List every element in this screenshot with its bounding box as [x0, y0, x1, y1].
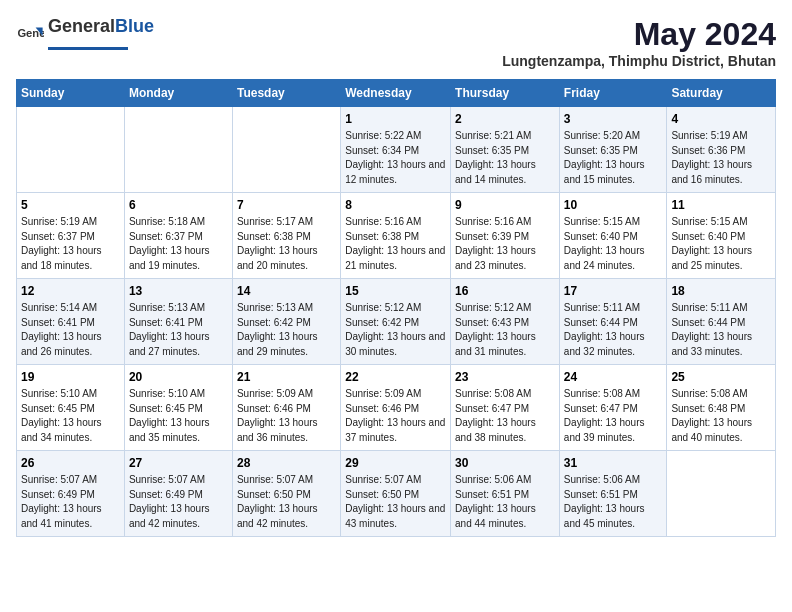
calendar-cell: 12 Sunrise: 5:14 AMSunset: 6:41 PMDaylig…	[17, 279, 125, 365]
logo-general-text: General	[48, 16, 115, 37]
calendar-cell: 28 Sunrise: 5:07 AMSunset: 6:50 PMDaylig…	[232, 451, 340, 537]
calendar-cell: 31 Sunrise: 5:06 AMSunset: 6:51 PMDaylig…	[559, 451, 667, 537]
day-info: Sunrise: 5:21 AMSunset: 6:35 PMDaylight:…	[455, 129, 555, 187]
day-info: Sunrise: 5:07 AMSunset: 6:50 PMDaylight:…	[345, 473, 446, 531]
calendar-cell: 6 Sunrise: 5:18 AMSunset: 6:37 PMDayligh…	[124, 193, 232, 279]
day-number: 19	[21, 370, 120, 384]
day-info: Sunrise: 5:07 AMSunset: 6:49 PMDaylight:…	[21, 473, 120, 531]
page-header: General GeneralBlue May 2024 Lungtenzamp…	[16, 16, 776, 69]
day-number: 16	[455, 284, 555, 298]
title-block: May 2024 Lungtenzampa, Thimphu District,…	[502, 16, 776, 69]
day-number: 9	[455, 198, 555, 212]
day-info: Sunrise: 5:19 AMSunset: 6:37 PMDaylight:…	[21, 215, 120, 273]
day-info: Sunrise: 5:10 AMSunset: 6:45 PMDaylight:…	[129, 387, 228, 445]
day-number: 4	[671, 112, 771, 126]
day-info: Sunrise: 5:15 AMSunset: 6:40 PMDaylight:…	[671, 215, 771, 273]
day-info: Sunrise: 5:15 AMSunset: 6:40 PMDaylight:…	[564, 215, 663, 273]
calendar-cell: 21 Sunrise: 5:09 AMSunset: 6:46 PMDaylig…	[232, 365, 340, 451]
day-info: Sunrise: 5:12 AMSunset: 6:43 PMDaylight:…	[455, 301, 555, 359]
day-info: Sunrise: 5:07 AMSunset: 6:49 PMDaylight:…	[129, 473, 228, 531]
day-info: Sunrise: 5:08 AMSunset: 6:48 PMDaylight:…	[671, 387, 771, 445]
day-info: Sunrise: 5:08 AMSunset: 6:47 PMDaylight:…	[455, 387, 555, 445]
header-sunday: Sunday	[17, 80, 125, 107]
day-info: Sunrise: 5:12 AMSunset: 6:42 PMDaylight:…	[345, 301, 446, 359]
day-info: Sunrise: 5:20 AMSunset: 6:35 PMDaylight:…	[564, 129, 663, 187]
day-info: Sunrise: 5:08 AMSunset: 6:47 PMDaylight:…	[564, 387, 663, 445]
calendar-title: May 2024	[502, 16, 776, 53]
calendar-cell: 22 Sunrise: 5:09 AMSunset: 6:46 PMDaylig…	[341, 365, 451, 451]
calendar-cell: 17 Sunrise: 5:11 AMSunset: 6:44 PMDaylig…	[559, 279, 667, 365]
day-info: Sunrise: 5:13 AMSunset: 6:41 PMDaylight:…	[129, 301, 228, 359]
day-number: 12	[21, 284, 120, 298]
calendar-subtitle: Lungtenzampa, Thimphu District, Bhutan	[502, 53, 776, 69]
day-number: 25	[671, 370, 771, 384]
logo-blue-text: Blue	[115, 16, 154, 37]
header-friday: Friday	[559, 80, 667, 107]
calendar-cell	[124, 107, 232, 193]
calendar-week-2: 5 Sunrise: 5:19 AMSunset: 6:37 PMDayligh…	[17, 193, 776, 279]
day-number: 22	[345, 370, 446, 384]
day-info: Sunrise: 5:10 AMSunset: 6:45 PMDaylight:…	[21, 387, 120, 445]
calendar-week-5: 26 Sunrise: 5:07 AMSunset: 6:49 PMDaylig…	[17, 451, 776, 537]
calendar-cell: 16 Sunrise: 5:12 AMSunset: 6:43 PMDaylig…	[451, 279, 560, 365]
day-number: 6	[129, 198, 228, 212]
day-number: 3	[564, 112, 663, 126]
calendar-cell	[17, 107, 125, 193]
calendar-cell: 20 Sunrise: 5:10 AMSunset: 6:45 PMDaylig…	[124, 365, 232, 451]
day-number: 18	[671, 284, 771, 298]
calendar-cell: 19 Sunrise: 5:10 AMSunset: 6:45 PMDaylig…	[17, 365, 125, 451]
calendar-cell: 9 Sunrise: 5:16 AMSunset: 6:39 PMDayligh…	[451, 193, 560, 279]
day-number: 30	[455, 456, 555, 470]
logo-icon: General	[16, 22, 44, 50]
day-info: Sunrise: 5:09 AMSunset: 6:46 PMDaylight:…	[237, 387, 336, 445]
calendar-week-4: 19 Sunrise: 5:10 AMSunset: 6:45 PMDaylig…	[17, 365, 776, 451]
calendar-cell: 1 Sunrise: 5:22 AMSunset: 6:34 PMDayligh…	[341, 107, 451, 193]
day-number: 1	[345, 112, 446, 126]
day-info: Sunrise: 5:06 AMSunset: 6:51 PMDaylight:…	[455, 473, 555, 531]
day-number: 27	[129, 456, 228, 470]
header-saturday: Saturday	[667, 80, 776, 107]
calendar-cell: 18 Sunrise: 5:11 AMSunset: 6:44 PMDaylig…	[667, 279, 776, 365]
header-thursday: Thursday	[451, 80, 560, 107]
calendar-cell: 11 Sunrise: 5:15 AMSunset: 6:40 PMDaylig…	[667, 193, 776, 279]
calendar-cell: 26 Sunrise: 5:07 AMSunset: 6:49 PMDaylig…	[17, 451, 125, 537]
day-number: 13	[129, 284, 228, 298]
svg-rect-2	[48, 47, 128, 50]
logo: General GeneralBlue	[16, 16, 154, 55]
day-number: 7	[237, 198, 336, 212]
calendar-week-1: 1 Sunrise: 5:22 AMSunset: 6:34 PMDayligh…	[17, 107, 776, 193]
calendar-cell: 30 Sunrise: 5:06 AMSunset: 6:51 PMDaylig…	[451, 451, 560, 537]
day-number: 24	[564, 370, 663, 384]
day-number: 8	[345, 198, 446, 212]
header-tuesday: Tuesday	[232, 80, 340, 107]
calendar-cell: 8 Sunrise: 5:16 AMSunset: 6:38 PMDayligh…	[341, 193, 451, 279]
day-number: 11	[671, 198, 771, 212]
day-number: 29	[345, 456, 446, 470]
day-info: Sunrise: 5:16 AMSunset: 6:38 PMDaylight:…	[345, 215, 446, 273]
day-number: 23	[455, 370, 555, 384]
calendar-cell: 4 Sunrise: 5:19 AMSunset: 6:36 PMDayligh…	[667, 107, 776, 193]
calendar-week-3: 12 Sunrise: 5:14 AMSunset: 6:41 PMDaylig…	[17, 279, 776, 365]
logo-divider	[48, 47, 128, 51]
calendar-header-row: Sunday Monday Tuesday Wednesday Thursday…	[17, 80, 776, 107]
calendar-cell: 27 Sunrise: 5:07 AMSunset: 6:49 PMDaylig…	[124, 451, 232, 537]
header-monday: Monday	[124, 80, 232, 107]
day-info: Sunrise: 5:11 AMSunset: 6:44 PMDaylight:…	[671, 301, 771, 359]
header-wednesday: Wednesday	[341, 80, 451, 107]
day-number: 17	[564, 284, 663, 298]
day-info: Sunrise: 5:19 AMSunset: 6:36 PMDaylight:…	[671, 129, 771, 187]
day-info: Sunrise: 5:11 AMSunset: 6:44 PMDaylight:…	[564, 301, 663, 359]
calendar-cell: 3 Sunrise: 5:20 AMSunset: 6:35 PMDayligh…	[559, 107, 667, 193]
calendar-table: Sunday Monday Tuesday Wednesday Thursday…	[16, 79, 776, 537]
day-info: Sunrise: 5:09 AMSunset: 6:46 PMDaylight:…	[345, 387, 446, 445]
day-info: Sunrise: 5:07 AMSunset: 6:50 PMDaylight:…	[237, 473, 336, 531]
day-number: 21	[237, 370, 336, 384]
day-number: 2	[455, 112, 555, 126]
day-number: 31	[564, 456, 663, 470]
calendar-cell: 2 Sunrise: 5:21 AMSunset: 6:35 PMDayligh…	[451, 107, 560, 193]
calendar-cell: 7 Sunrise: 5:17 AMSunset: 6:38 PMDayligh…	[232, 193, 340, 279]
calendar-cell: 23 Sunrise: 5:08 AMSunset: 6:47 PMDaylig…	[451, 365, 560, 451]
day-info: Sunrise: 5:06 AMSunset: 6:51 PMDaylight:…	[564, 473, 663, 531]
day-number: 26	[21, 456, 120, 470]
calendar-cell: 10 Sunrise: 5:15 AMSunset: 6:40 PMDaylig…	[559, 193, 667, 279]
